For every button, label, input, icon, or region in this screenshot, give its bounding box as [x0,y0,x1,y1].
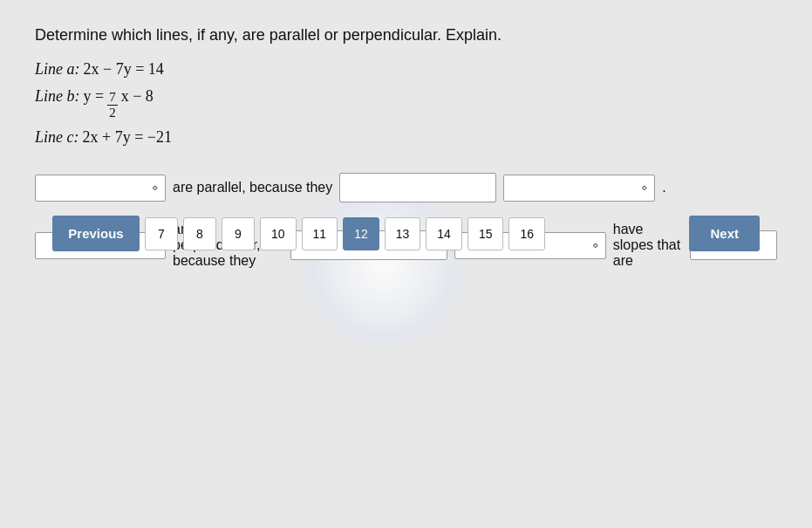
parallel-select2-wrapper[interactable]: equal negative reciprocals [503,175,655,202]
line-c-label: Line c: [35,128,78,147]
parallel-period: . [662,180,665,195]
page-15[interactable]: 15 [467,217,504,250]
line-a-equation: 2x − 7y = 14 [84,60,164,79]
next-button[interactable]: Next [689,216,760,251]
line-a-label: Line a: [35,60,80,79]
line-b-equation-suffix: x − 8 [121,87,154,106]
parallel-reason-box[interactable] [339,173,496,202]
parallel-row: Lines a and b Lines a and c Lines b and … [35,173,777,202]
line-b-equation-prefix: y = [84,87,105,106]
parallel-select1[interactable]: Lines a and b Lines a and c Lines b and … [35,175,166,202]
parallel-select2[interactable]: equal negative reciprocals [503,175,655,202]
line-b: Line b: y = 7 2 x − 8 [35,87,777,120]
fraction-denominator: 2 [107,106,118,120]
page-8[interactable]: 8 [183,217,216,250]
page-16[interactable]: 16 [508,217,545,250]
page-10[interactable]: 10 [260,217,297,250]
page-14[interactable]: 14 [426,217,462,250]
line-c-equation: 2x + 7y = −21 [82,128,171,147]
parallel-middle-text: are parallel, because they [173,180,332,195]
parallel-select1-wrapper[interactable]: Lines a and b Lines a and c Lines b and … [35,175,166,202]
fraction-7-2: 7 2 [107,90,118,120]
page-11[interactable]: 11 [302,217,338,250]
page-9[interactable]: 9 [222,217,255,250]
line-c: Line c: 2x + 7y = −21 [35,128,777,147]
page-12[interactable]: 12 [343,217,379,250]
fraction-numerator: 7 [107,90,118,106]
line-b-label: Line b: [35,87,80,106]
page-7[interactable]: 7 [145,217,178,250]
page-13[interactable]: 13 [385,217,421,250]
previous-button[interactable]: Previous [52,216,140,251]
line-a: Line a: 2x − 7y = 14 [35,60,777,79]
question-title: Determine which lines, if any, are paral… [35,26,777,45]
pagination-bar: Previous 7 8 9 10 11 12 13 14 15 16 Next [35,216,777,251]
